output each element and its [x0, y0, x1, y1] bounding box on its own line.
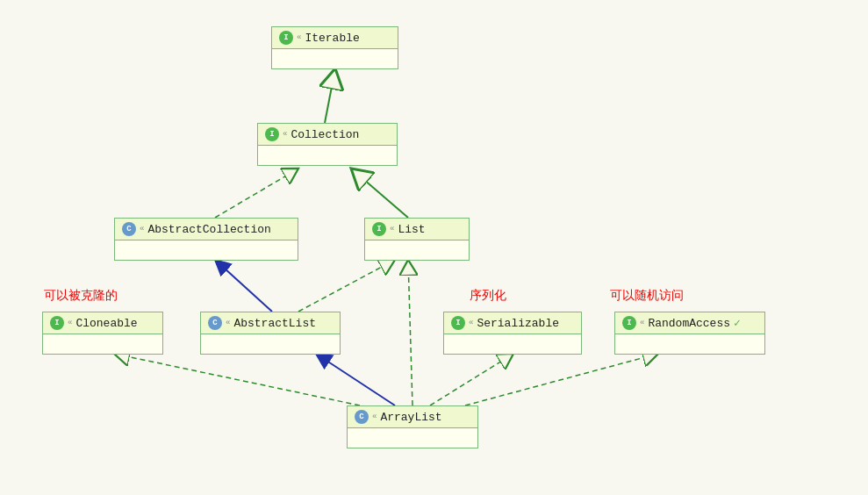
- serializable-body: [444, 334, 581, 354]
- cloneable-header: I « Cloneable: [43, 312, 162, 334]
- arraylist-body: [348, 428, 477, 448]
- iterable-header: I « Iterable: [272, 27, 398, 49]
- abstractcollection-box: C « AbstractCollection: [114, 218, 298, 261]
- abstractlist-header: C « AbstractList: [201, 312, 340, 334]
- list-body: [365, 240, 469, 260]
- arraylist-box: C « ArrayList: [347, 405, 478, 448]
- list-box: I « List: [364, 218, 470, 261]
- abstractcollection-header: C « AbstractCollection: [115, 219, 298, 240]
- randomaccess-body: [615, 334, 764, 354]
- abstractcollection-body: [115, 240, 298, 260]
- collection-box: I « Collection: [257, 123, 398, 166]
- svg-line-2: [215, 169, 298, 218]
- cloneable-label: Cloneable: [75, 317, 137, 330]
- iterable-label: Iterable: [305, 32, 359, 45]
- cloneable-body: [43, 334, 162, 354]
- diagram-container: I « Iterable I « Collection C « Abstract…: [0, 0, 868, 495]
- abstractlist-body: [201, 334, 340, 354]
- annotation-serializable: 序列化: [470, 288, 506, 304]
- cloneable-icon: I: [50, 316, 64, 330]
- arraylist-icon: C: [355, 410, 369, 424]
- collection-body: [258, 146, 397, 165]
- randomaccess-header: I « RandomAccess ✓: [615, 312, 764, 334]
- abstractcollection-icon: C: [122, 222, 136, 236]
- svg-line-7: [114, 354, 360, 405]
- randomaccess-label: RandomAccess: [648, 317, 730, 330]
- collection-label: Collection: [291, 128, 359, 141]
- list-icon: I: [372, 222, 386, 236]
- svg-line-5: [298, 260, 395, 312]
- serializable-label: Serializable: [477, 317, 559, 330]
- serializable-header: I « Serializable: [444, 312, 581, 334]
- svg-line-4: [215, 260, 272, 312]
- randomaccess-icon: I: [622, 316, 636, 330]
- abstractlist-box: C « AbstractList: [200, 312, 341, 355]
- iterable-box: I « Iterable: [271, 26, 398, 69]
- abstractcollection-label: AbstractCollection: [147, 223, 270, 236]
- abstractlist-icon: C: [208, 316, 222, 330]
- svg-line-6: [316, 354, 395, 405]
- check-icon: ✓: [734, 316, 741, 330]
- arraylist-header: C « ArrayList: [348, 406, 477, 428]
- svg-line-1: [325, 68, 335, 123]
- annotation-randomaccess: 可以随机访问: [610, 288, 684, 304]
- randomaccess-box: I « RandomAccess ✓: [614, 312, 765, 355]
- iterable-body: [272, 49, 398, 68]
- svg-line-3: [351, 169, 408, 218]
- svg-line-9: [465, 354, 658, 405]
- arraylist-label: ArrayList: [380, 411, 441, 424]
- annotation-cloneable: 可以被克隆的: [44, 288, 118, 304]
- cloneable-box: I « Cloneable: [42, 312, 163, 355]
- collection-icon: I: [265, 127, 279, 141]
- iterable-icon: I: [279, 31, 293, 45]
- list-label: List: [398, 223, 425, 236]
- collection-header: I « Collection: [258, 124, 397, 146]
- serializable-box: I « Serializable: [443, 312, 582, 355]
- serializable-icon: I: [451, 316, 465, 330]
- list-header: I « List: [365, 219, 469, 240]
- svg-line-10: [408, 260, 412, 405]
- abstractlist-label: AbstractList: [233, 317, 316, 330]
- svg-line-8: [430, 354, 513, 405]
